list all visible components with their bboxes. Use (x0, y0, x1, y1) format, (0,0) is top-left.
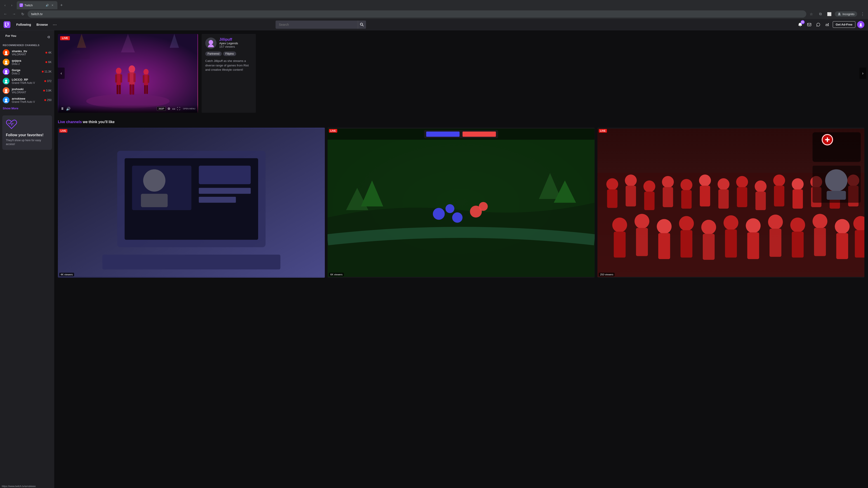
svg-point-87 (754, 181, 767, 193)
video-container: LIVE ⏸ 🔊 360P ⚙ ▭ ⛶ OPEN MENU (58, 34, 198, 113)
notification-button[interactable]: 61 (797, 21, 804, 28)
svg-rect-118 (814, 228, 826, 256)
search-button[interactable] (358, 21, 366, 29)
refresh-button[interactable]: ↻ (19, 10, 26, 18)
incognito-label: Incognito (842, 12, 855, 16)
following-nav-item[interactable]: Following (14, 22, 33, 28)
header-nav: Following Browse ⋯ (14, 21, 58, 28)
display-button[interactable]: ⬜ (826, 10, 833, 18)
channel-card-2[interactable]: LIVE 250 viewers (597, 128, 864, 278)
svg-point-71 (606, 178, 618, 190)
extensions-button[interactable]: ⧉ (817, 10, 824, 18)
svg-point-89 (773, 174, 785, 186)
tab-close-button[interactable]: × (50, 3, 55, 7)
svg-rect-22 (115, 74, 117, 83)
live-dot (44, 80, 46, 82)
crown-button[interactable] (824, 21, 831, 28)
settings-button[interactable]: ⚙ (167, 107, 170, 110)
channel-thumb-1: LIVE 6K viewers (328, 128, 594, 278)
featured-prev-button[interactable]: ‹ (58, 68, 65, 79)
address-input[interactable] (28, 10, 806, 18)
user-avatar[interactable] (857, 21, 864, 28)
live-dot (45, 61, 47, 63)
streamer-name[interactable]: Jillipuff (219, 37, 252, 41)
channel-viewers-locco: 372 (44, 79, 52, 83)
svg-rect-1 (22, 4, 22, 5)
channel-name-locco: LOCCO_RP (12, 78, 42, 81)
live-dot (44, 99, 46, 101)
quality-badge[interactable]: 360P (157, 107, 166, 111)
svg-point-11 (5, 51, 7, 53)
mail-button[interactable] (806, 21, 813, 28)
theater-button[interactable]: ▭ (172, 107, 175, 110)
tag-partnered[interactable]: Partnered (205, 52, 222, 56)
streamer-avatar[interactable] (205, 37, 217, 49)
svg-rect-123 (812, 132, 861, 162)
svg-point-99 (612, 218, 627, 232)
svg-point-64 (479, 202, 488, 211)
channel-card-1[interactable]: LIVE 6K viewers (328, 128, 594, 278)
new-tab-button[interactable]: + (58, 2, 65, 8)
svg-rect-34 (143, 75, 145, 83)
tab-forward-button[interactable]: › (8, 2, 15, 8)
volume-button[interactable]: 🔊 (66, 107, 70, 111)
tag-filipino[interactable]: Filipino (223, 52, 236, 56)
svg-rect-29 (133, 73, 135, 82)
svg-rect-37 (146, 85, 148, 94)
svg-rect-49 (199, 197, 236, 203)
twitch-logo[interactable] (4, 21, 10, 28)
channel-item-locco[interactable]: LOCCO_RP Grand Theft Auto V 372 (0, 76, 54, 86)
header-more-button[interactable]: ⋯ (51, 21, 58, 28)
chat-button[interactable] (815, 21, 822, 28)
channel-viewers-qojqva: 6K (45, 61, 52, 64)
svg-rect-25 (119, 85, 121, 94)
channel-item-joshseki[interactable]: joshseki VALORANT 3.9K (0, 86, 54, 95)
svg-rect-47 (199, 166, 251, 184)
channel-item-gorge[interactable]: Gorge Dota 2 11.3K (0, 67, 54, 76)
channel-game-qojqva: Dota 2 (12, 62, 43, 66)
fullscreen-button[interactable]: ⛶ (177, 107, 180, 110)
svg-rect-33 (144, 74, 148, 86)
thumb-svg-2 (597, 128, 864, 278)
browse-nav-item[interactable]: Browse (34, 22, 50, 28)
channel-game-joshseki: VALORANT (12, 91, 41, 94)
sidebar-collapse-button[interactable] (45, 34, 52, 40)
svg-point-16 (5, 98, 7, 101)
channel-card-0[interactable]: LIVE 4K viewers (58, 128, 325, 278)
channel-avatar-locco (3, 78, 9, 85)
channel-info-shanks: shanks_ttv VALORANT (12, 50, 43, 56)
show-more-button[interactable]: Show More (0, 105, 54, 112)
channel-item-arnskieee[interactable]: arnskieee Grand Theft Auto V 250 (0, 95, 54, 105)
sidebar: For You RECOMMENDED CHANNELS shanks_ttv … (0, 30, 54, 488)
forward-button[interactable]: → (10, 10, 18, 18)
svg-point-119 (835, 219, 850, 234)
tab-back-button[interactable]: ‹ (2, 2, 8, 8)
sidebar-for-you-label: For You (3, 34, 19, 40)
section-title-plain: we think you'll like (83, 120, 115, 124)
search-input[interactable] (276, 21, 366, 29)
featured-next-button[interactable]: › (860, 68, 866, 79)
incognito-badge: Incognito (835, 11, 857, 17)
channel-viewers-arnskieee: 250 (44, 98, 52, 102)
channel-info-joshseki: joshseki VALORANT (12, 88, 41, 94)
get-adfree-button[interactable]: Get Ad-Free (833, 21, 855, 28)
play-pause-button[interactable]: ⏸ (61, 107, 64, 111)
browser-tab[interactable]: Twitch 🔊 × (17, 1, 57, 9)
svg-point-77 (662, 176, 674, 188)
svg-point-85 (736, 176, 748, 188)
svg-rect-100 (614, 232, 626, 258)
svg-point-105 (679, 216, 694, 231)
svg-point-111 (746, 218, 761, 233)
svg-point-50 (143, 169, 165, 191)
channel-item-qojqva[interactable]: qojqva Dota 2 6K (0, 57, 54, 67)
address-icons: ☆ ⧉ ⬜ Incognito ⋮ (808, 10, 866, 18)
card-live-badge-1: LIVE (329, 129, 337, 133)
svg-rect-86 (737, 187, 747, 207)
back-button[interactable]: ← (2, 10, 9, 18)
bookmark-button[interactable]: ☆ (808, 10, 815, 18)
browser-menu-button[interactable]: ⋮ (859, 10, 866, 18)
channel-item-shanks[interactable]: shanks_ttv VALORANT 4K (0, 48, 54, 57)
game-scene (58, 34, 198, 113)
header-actions: 61 Get Ad-Free (797, 21, 864, 28)
svg-point-7 (800, 26, 801, 27)
